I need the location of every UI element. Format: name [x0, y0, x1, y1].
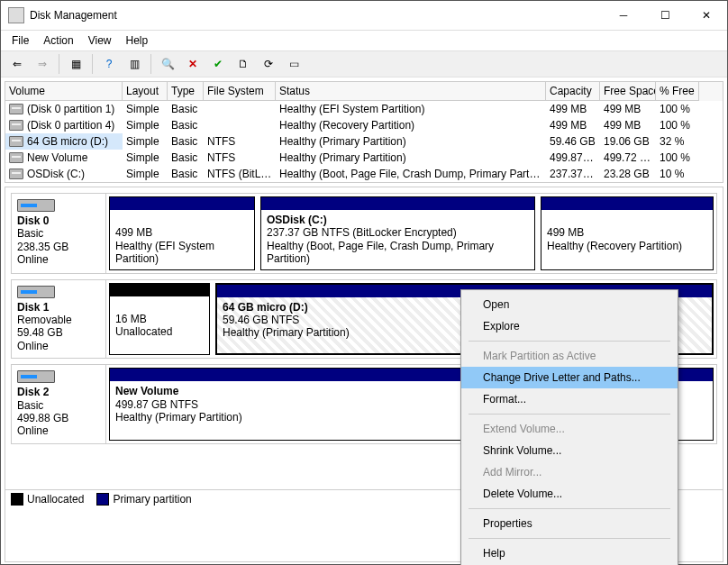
ctx-change-drive-letter[interactable]: Change Drive Letter and Paths...	[461, 367, 678, 388]
close-button[interactable]: ✕	[686, 1, 727, 30]
menu-action[interactable]: Action	[36, 32, 80, 49]
refresh-icon[interactable]: ⟳	[257, 52, 280, 76]
disk-icon	[17, 370, 55, 383]
disk-0: Disk 0 Basic 238.35 GB Online 499 MBHeal…	[11, 193, 717, 274]
partition-unallocated[interactable]: 16 MBUnallocated	[109, 283, 210, 356]
layout-icon[interactable]: ▭	[282, 52, 305, 76]
disk-management-window: Disk Management ─ ☐ ✕ File Action View H…	[0, 0, 728, 565]
ctx-shrink-volume[interactable]: Shrink Volume...	[461, 440, 678, 461]
partition-efi[interactable]: 499 MBHealthy (EFI System Partition)	[109, 196, 255, 270]
search-icon[interactable]: 🔍	[156, 52, 179, 76]
ctx-delete-volume[interactable]: Delete Volume...	[461, 483, 678, 505]
ctx-help[interactable]: Help	[461, 542, 678, 564]
disk-icon	[17, 199, 55, 212]
maximize-button[interactable]: ☐	[644, 1, 686, 30]
partition-osdisk[interactable]: OSDisk (C:)237.37 GB NTFS (BitLocker Enc…	[260, 196, 535, 270]
app-icon	[8, 7, 24, 23]
volume-row[interactable]: New VolumeSimpleBasicNTFSHealthy (Primar…	[5, 150, 723, 166]
volume-list[interactable]: VolumeLayoutTypeFile SystemStatusCapacit…	[5, 81, 723, 183]
ctx-mark-active: Mark Partition as Active	[461, 345, 678, 367]
new-icon[interactable]: 🗋	[232, 52, 255, 76]
help-icon[interactable]: ?	[97, 52, 121, 76]
context-menu: Open Explore Mark Partition as Active Ch…	[460, 289, 678, 565]
delete-icon[interactable]: ✕	[181, 52, 205, 76]
back-button[interactable]: ⇐	[5, 52, 29, 76]
volume-row[interactable]: 64 GB micro (D:)SimpleBasicNTFSHealthy (…	[5, 133, 723, 150]
check-icon[interactable]: ✔	[206, 52, 230, 76]
volume-row[interactable]: (Disk 0 partition 1)SimpleBasicHealthy (…	[5, 101, 723, 117]
minimize-button[interactable]: ─	[603, 1, 644, 30]
ctx-open[interactable]: Open	[461, 294, 678, 315]
toolbar: ⇐ ⇒ ▦ ? ▥ 🔍 ✕ ✔ 🗋 ⟳ ▭	[1, 50, 727, 77]
window-title: Disk Management	[30, 9, 603, 22]
volume-row[interactable]: OSDisk (C:)SimpleBasicNTFS (BitLo...Heal…	[5, 166, 723, 182]
disk-icon	[17, 286, 55, 298]
ctx-explore[interactable]: Explore	[461, 315, 678, 337]
partition-recovery[interactable]: 499 MBHealthy (Recovery Partition)	[541, 196, 714, 270]
ctx-properties[interactable]: Properties	[461, 513, 678, 534]
forward-button[interactable]: ⇒	[31, 52, 54, 76]
volume-row[interactable]: (Disk 0 partition 4)SimpleBasicHealthy (…	[5, 117, 723, 133]
list-icon[interactable]: ▥	[123, 52, 146, 76]
ctx-add-mirror: Add Mirror...	[461, 461, 678, 483]
menu-bar: File Action View Help	[1, 31, 727, 50]
ctx-format[interactable]: Format...	[461, 388, 678, 410]
ctx-extend-volume: Extend Volume...	[461, 418, 678, 440]
grid-icon[interactable]: ▦	[64, 52, 87, 76]
title-bar: Disk Management ─ ☐ ✕	[1, 1, 727, 31]
volume-list-header[interactable]: VolumeLayoutTypeFile SystemStatusCapacit…	[5, 82, 723, 101]
menu-file[interactable]: File	[5, 32, 36, 49]
menu-view[interactable]: View	[81, 32, 119, 49]
menu-help[interactable]: Help	[119, 32, 156, 49]
